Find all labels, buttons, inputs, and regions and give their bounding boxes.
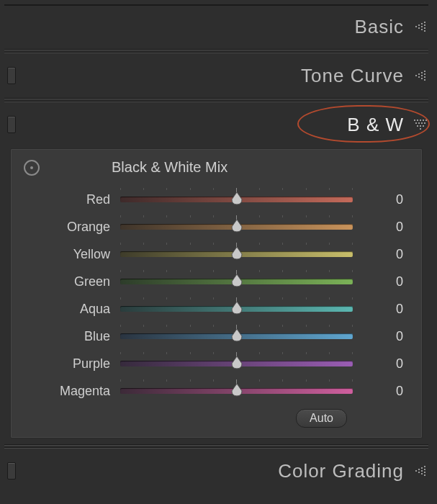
- panel-disclosure-tone-curve[interactable]: [413, 68, 428, 84]
- panel-disclosure-basic[interactable]: [413, 19, 428, 35]
- panel-divider: [4, 0, 428, 6]
- slider-label-red: Red: [24, 192, 120, 207]
- bw-mix-title: Black & White Mix: [40, 159, 409, 176]
- slider-aqua[interactable]: [120, 300, 353, 318]
- slider-magenta[interactable]: [120, 382, 353, 400]
- targeted-adjustment-icon[interactable]: [24, 160, 40, 176]
- panel-disclosure-color-grading[interactable]: [413, 463, 428, 479]
- slider-row-yellow: Yellow 0: [24, 240, 409, 268]
- panel-title-tone-curve: Tone Curve: [16, 65, 413, 87]
- triangle-left-icon: [414, 71, 427, 81]
- slider-row-blue: Blue 0: [24, 323, 409, 350]
- triangle-left-icon: [414, 466, 427, 476]
- slider-row-purple: Purple 0: [24, 350, 409, 377]
- slider-value-magenta[interactable]: 0: [353, 384, 409, 399]
- panel-divider: [4, 98, 428, 99]
- slider-value-aqua[interactable]: 0: [353, 302, 409, 317]
- panel-header-tone-curve[interactable]: Tone Curve: [4, 55, 428, 96]
- triangle-left-icon: [414, 22, 427, 32]
- slider-yellow[interactable]: [120, 246, 353, 263]
- slider-row-red: Red 0: [24, 186, 409, 213]
- panel-disclosure-bw[interactable]: [413, 117, 428, 132]
- slider-value-purple[interactable]: 0: [353, 356, 409, 372]
- slider-value-blue[interactable]: 0: [353, 329, 409, 344]
- slider-label-yellow: Yellow: [24, 247, 120, 262]
- panel-divider: [4, 444, 428, 446]
- slider-row-magenta: Magenta 0: [24, 377, 409, 405]
- slider-value-orange[interactable]: 0: [353, 220, 409, 235]
- slider-green[interactable]: [120, 273, 353, 290]
- panel-switch-color-grading[interactable]: [7, 462, 16, 480]
- panel-title-bw: B & W: [16, 114, 413, 136]
- slider-row-aqua: Aqua 0: [24, 295, 409, 323]
- slider-label-green: Green: [24, 274, 120, 289]
- slider-label-magenta: Magenta: [24, 384, 120, 399]
- slider-label-aqua: Aqua: [24, 302, 120, 317]
- slider-row-green: Green 0: [24, 268, 409, 295]
- slider-orange[interactable]: [120, 218, 353, 235]
- slider-value-red[interactable]: 0: [353, 192, 409, 207]
- slider-blue[interactable]: [120, 328, 353, 345]
- panel-header-bw[interactable]: B & W: [4, 104, 428, 145]
- panel-divider: [4, 52, 428, 53]
- slider-label-purple: Purple: [24, 356, 120, 372]
- panel-switch-tone-curve[interactable]: [7, 67, 16, 84]
- triangle-down-icon: [414, 120, 427, 130]
- panel-body-bw: Black & White Mix Red 0 Orange: [10, 148, 423, 438]
- slider-label-orange: Orange: [24, 220, 120, 235]
- slider-red[interactable]: [120, 191, 353, 208]
- slider-value-yellow[interactable]: 0: [353, 247, 409, 262]
- auto-button[interactable]: Auto: [296, 409, 347, 428]
- panel-header-basic[interactable]: Basic: [4, 6, 428, 48]
- panel-divider: [4, 447, 428, 449]
- panel-header-color-grading[interactable]: Color Grading: [4, 450, 428, 492]
- slider-value-green[interactable]: 0: [353, 274, 409, 289]
- slider-row-orange: Orange 0: [24, 213, 409, 240]
- panel-title-basic: Basic: [16, 16, 413, 38]
- slider-label-blue: Blue: [24, 329, 120, 344]
- panel-divider: [4, 49, 428, 50]
- slider-purple[interactable]: [120, 355, 353, 372]
- panel-divider: [4, 101, 428, 102]
- panel-title-color-grading: Color Grading: [16, 460, 413, 482]
- panel-switch-bw[interactable]: [7, 116, 16, 133]
